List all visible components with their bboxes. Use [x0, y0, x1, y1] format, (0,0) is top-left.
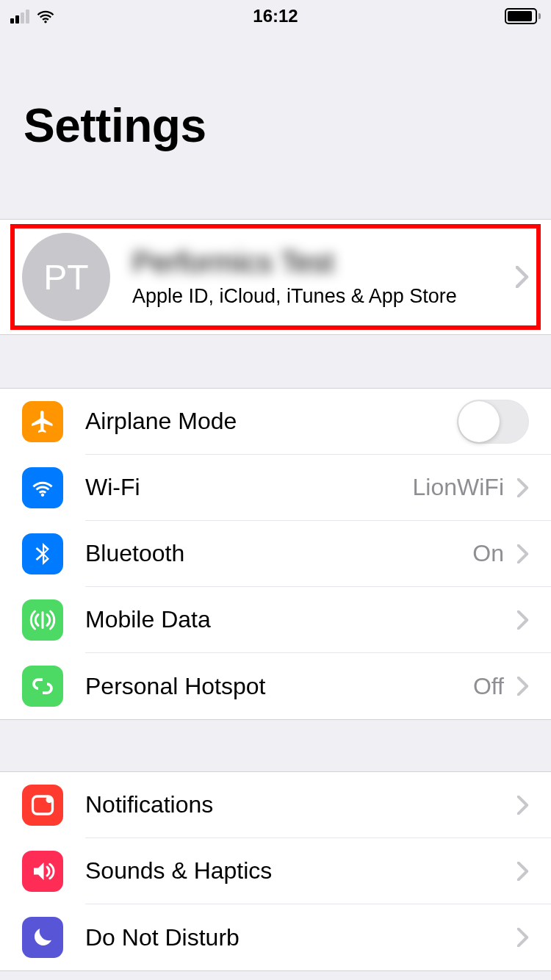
hotspot-icon: [22, 666, 63, 707]
alerts-group: Notifications Sounds & Haptics Do Not Di…: [0, 771, 551, 971]
personal-hotspot-detail: Off: [473, 673, 504, 700]
battery-icon: [505, 8, 541, 24]
airplane-icon: [22, 401, 63, 442]
notifications-label: Notifications: [85, 791, 213, 818]
status-left: [10, 9, 253, 24]
notifications-row[interactable]: Notifications: [0, 772, 551, 838]
notifications-icon: [22, 785, 63, 826]
airplane-mode-switch[interactable]: [457, 400, 529, 444]
do-not-disturb-row[interactable]: Do Not Disturb: [0, 904, 551, 970]
wifi-settings-icon: [22, 467, 63, 508]
mobile-data-label: Mobile Data: [85, 606, 211, 633]
profile-subtitle: Apple ID, iCloud, iTunes & App Store: [132, 285, 516, 308]
page-header: Settings: [0, 32, 551, 166]
moon-icon: [22, 917, 63, 958]
cellular-icon: [22, 599, 63, 641]
chevron-right-icon: [517, 544, 529, 563]
profile-name: Performics Test: [132, 246, 516, 279]
personal-hotspot-label: Personal Hotspot: [85, 673, 265, 700]
wifi-icon: [35, 9, 56, 24]
mobile-data-row[interactable]: Mobile Data: [0, 587, 551, 653]
chevron-right-icon: [517, 928, 529, 947]
chevron-right-icon: [517, 677, 529, 696]
chevron-right-icon: [517, 862, 529, 881]
do-not-disturb-label: Do Not Disturb: [85, 924, 240, 951]
personal-hotspot-row[interactable]: Personal Hotspot Off: [0, 653, 551, 719]
bluetooth-detail: On: [472, 540, 504, 567]
wifi-detail: LionWiFi: [413, 474, 504, 501]
sounds-label: Sounds & Haptics: [85, 857, 272, 884]
chevron-right-icon: [517, 796, 529, 815]
profile-text: Performics Test Apple ID, iCloud, iTunes…: [132, 246, 516, 308]
cellular-signal-icon: [10, 9, 29, 24]
status-time: 16:12: [253, 6, 298, 26]
sounds-row[interactable]: Sounds & Haptics: [0, 838, 551, 904]
chevron-right-icon: [516, 266, 529, 288]
chevron-right-icon: [517, 478, 529, 497]
sounds-icon: [22, 851, 63, 892]
bluetooth-row[interactable]: Bluetooth On: [0, 521, 551, 587]
avatar: PT: [22, 233, 110, 321]
connectivity-group: Airplane Mode Wi-Fi LionWiFi Bluetooth: [0, 388, 551, 720]
apple-id-section: PT Performics Test Apple ID, iCloud, iTu…: [0, 219, 551, 335]
bluetooth-label: Bluetooth: [85, 540, 184, 567]
wifi-label: Wi-Fi: [85, 474, 140, 501]
avatar-initials: PT: [43, 257, 88, 298]
page-title: Settings: [24, 98, 551, 153]
airplane-mode-row[interactable]: Airplane Mode: [0, 389, 551, 455]
chevron-right-icon: [517, 610, 529, 630]
apple-id-row[interactable]: PT Performics Test Apple ID, iCloud, iTu…: [0, 220, 551, 334]
status-right: [298, 8, 541, 24]
svg-point-1: [46, 796, 53, 803]
bluetooth-icon: [22, 533, 63, 574]
wifi-row[interactable]: Wi-Fi LionWiFi: [0, 455, 551, 521]
status-bar: 16:12: [0, 0, 551, 32]
airplane-mode-label: Airplane Mode: [85, 408, 237, 435]
